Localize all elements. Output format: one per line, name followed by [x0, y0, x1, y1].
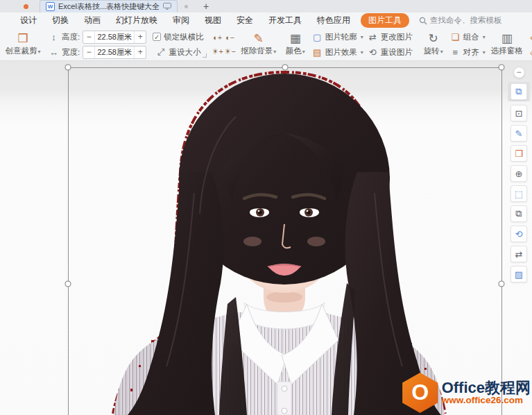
portrait-photo[interactable]: [111, 68, 447, 415]
height-plus-button[interactable]: +: [135, 32, 146, 42]
contrast-down-button[interactable]: ☀−: [225, 47, 236, 56]
send-backward-icon: ◇: [529, 47, 532, 58]
collapse-toolbar-button[interactable]: −: [513, 67, 525, 78]
selection-border-left[interactable]: [68, 67, 69, 415]
reset-picture-button[interactable]: ⟲ 重设图片: [368, 46, 413, 59]
convert-picture-button[interactable]: ⇄: [510, 246, 527, 262]
remove-background-button[interactable]: ✎ 抠除背景▾: [237, 33, 281, 56]
menu-animation[interactable]: 动画: [76, 15, 108, 26]
align-button[interactable]: ≡ 对齐▾: [450, 46, 486, 59]
picture-effects-button[interactable]: ▤ 图片效果▾: [312, 46, 363, 59]
office-logo-icon: O: [400, 373, 440, 413]
menu-security[interactable]: 安全: [229, 15, 261, 26]
group-objects-button[interactable]: ❏ 组合▾: [450, 31, 486, 44]
selection-border-right[interactable]: [501, 67, 502, 415]
brightness-up-button[interactable]: ◐+: [213, 33, 222, 42]
width-input[interactable]: 22.58厘米: [94, 46, 135, 58]
tab-status-dot-icon: [185, 5, 188, 8]
selection-pane-icon: ▥: [501, 33, 513, 45]
selection-handle-middle-right[interactable]: [499, 281, 505, 287]
menu-bar: 设计 切换 动画 幻灯片放映 审阅 视图 安全 开发工具 特色应用 图片工具 查…: [0, 12, 532, 28]
picture-selection-button[interactable]: ⬚: [510, 185, 527, 202]
height-icon: ↕: [49, 32, 59, 42]
wps-presentation-window: W Excel表格技...表格快捷键大全 + 设计 切换 动画 幻灯片放映 审阅…: [0, 0, 532, 415]
menu-slideshow[interactable]: 幻灯片放映: [108, 15, 165, 26]
lock-aspect-checkbox[interactable]: ✓ 锁定纵横比: [153, 31, 204, 44]
zoom-in-button[interactable]: ⊕: [510, 165, 527, 182]
group-size: ↕ 高度: − 22.58厘米 + ↔ 宽度: − 22.58厘米 +: [46, 30, 149, 59]
slideshow-monitor-icon[interactable]: [163, 3, 171, 10]
menu-design[interactable]: 设计: [12, 15, 44, 26]
width-minus-button[interactable]: −: [83, 47, 94, 57]
shirt-button: [282, 408, 287, 414]
change-picture-icon: ⇄: [368, 32, 378, 42]
command-search[interactable]: 查找命令、搜索模板: [419, 15, 502, 26]
selection-pane-button[interactable]: ▥ 选择窗格: [488, 33, 526, 56]
side-toolbar: − ⧉ ⊡ ✎ ❒ ⊕ ⬚ ⧉ ⟲ ⇄ ▨: [508, 67, 530, 286]
selection-handle-top-left[interactable]: [65, 65, 71, 71]
group-selection-pane: ▥ 选择窗格: [488, 30, 526, 59]
shirt-button: [282, 386, 287, 391]
group-remove-bg: ✎ 抠除背景▾: [237, 30, 281, 59]
menu-developer[interactable]: 开发工具: [261, 15, 309, 26]
selection-handle-top-right[interactable]: [499, 65, 505, 71]
dialog-launcher-icon[interactable]: [203, 53, 207, 58]
menu-review[interactable]: 审阅: [165, 15, 197, 26]
slide-canvas[interactable]: − ⧉ ⊡ ✎ ❒ ⊕ ⬚ ⧉ ⟲ ⇄ ▨ O Office教程网 www.of…: [0, 61, 532, 415]
menu-transition[interactable]: 切换: [44, 15, 76, 26]
checkbox-checked-icon: ✓: [153, 33, 161, 41]
group-outline-effects: ▢ 图片轮廓▾ ▤ 图片效果▾: [310, 30, 366, 59]
color-picture-icon: ▦: [290, 33, 301, 45]
width-stepper: − 22.58厘米 +: [83, 46, 146, 59]
menu-special-apps[interactable]: 特色应用: [309, 15, 358, 26]
search-icon: [419, 17, 427, 25]
contrast-up-button[interactable]: ☀+: [212, 47, 223, 56]
document-tab-title: Excel表格技...表格快捷键大全: [58, 1, 160, 12]
height-input[interactable]: 22.58厘米: [94, 31, 135, 43]
new-tab-button[interactable]: +: [203, 1, 209, 11]
reset-size-button[interactable]: ⤢ 重设大小: [155, 46, 200, 59]
color-button[interactable]: ▦ 颜色▾: [281, 33, 310, 56]
tab-picture-tools[interactable]: 图片工具: [361, 13, 409, 28]
watermark-title: Office教程网: [442, 380, 531, 396]
width-plus-button[interactable]: +: [135, 47, 146, 57]
height-label: 高度:: [62, 32, 80, 42]
change-picture-tool-button[interactable]: ⧉: [510, 205, 527, 222]
reset-size-icon: ⤢: [155, 46, 166, 58]
reset-picture-icon: ⟲: [368, 47, 378, 58]
picture-outline-button[interactable]: ▢ 图片轮廓▾: [312, 31, 363, 44]
group-creative-crop: ❒ 创意裁剪▾: [0, 30, 46, 59]
watermark-url: www.office26.com: [442, 396, 531, 405]
menu-view[interactable]: 视图: [197, 15, 229, 26]
brightness-down-button[interactable]: ◐−: [225, 33, 234, 42]
group-lock-reset: ✓ 锁定纵横比 ⤢ 重设大小: [149, 30, 207, 59]
layers-active-strip: ⧉: [508, 82, 530, 101]
change-picture-button[interactable]: ⇄ 更改图片: [368, 31, 413, 44]
crop-tool-button[interactable]: ⊡: [510, 105, 527, 121]
group-arrange: ❏ 组合▾ ≡ 对齐▾: [448, 30, 488, 59]
height-stepper: − 22.58厘米 +: [83, 31, 146, 44]
rotate-button[interactable]: ↻ 旋转▾: [419, 33, 448, 56]
width-icon: ↔: [49, 47, 59, 58]
creative-crop-tool-button[interactable]: ❒: [510, 145, 527, 162]
picture-fill-button[interactable]: ▨: [510, 266, 527, 282]
edit-pen-button[interactable]: ✎: [510, 125, 527, 142]
group-objects-icon: ❏: [450, 32, 461, 42]
creative-crop-button[interactable]: ❒ 创意裁剪▾: [0, 33, 46, 56]
document-tab[interactable]: W Excel表格技...表格快捷键大全: [40, 0, 178, 12]
picture-effects-icon: ▤: [312, 47, 323, 58]
layers-button[interactable]: ⧉: [510, 83, 527, 100]
ribbon: ⧄ 剪▾ ❒ 创意裁剪▾ ↕ 高度: − 22.58厘米 + ↔: [0, 28, 532, 61]
reset-picture-tool-button[interactable]: ⟲: [510, 226, 527, 242]
selection-handle-top-center[interactable]: [282, 65, 289, 71]
selection-handle-middle-left[interactable]: [65, 281, 71, 287]
group-rotate: ↻ 旋转▾: [419, 30, 448, 59]
record-dot-icon: [24, 4, 28, 9]
search-placeholder: 查找命令、搜索模板: [430, 15, 502, 26]
group-order: ◈ 上移一层▾ ◇ 下移一层▾: [526, 30, 532, 59]
align-icon: ≡: [450, 47, 461, 58]
send-backward-button[interactable]: ◇ 下移一层▾: [529, 46, 532, 59]
bring-forward-button[interactable]: ◈ 上移一层▾: [529, 31, 532, 44]
height-minus-button[interactable]: −: [83, 32, 94, 42]
tab-bar: W Excel表格技...表格快捷键大全 +: [0, 0, 532, 12]
